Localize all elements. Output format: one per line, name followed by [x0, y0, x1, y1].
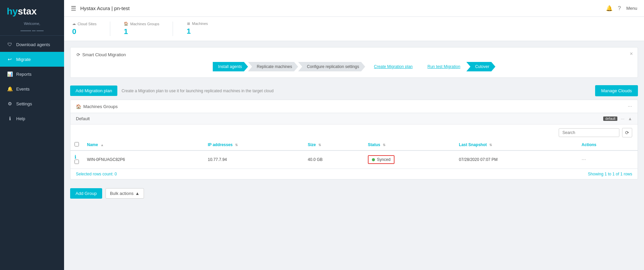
selected-count: Selected rows count: 0: [76, 172, 117, 176]
logo: hystax: [0, 0, 64, 20]
step-create-migration-plan[interactable]: Create Migration plan: [365, 62, 419, 71]
migration-icon: ⟳: [77, 52, 80, 57]
sidebar-item-label: Reports: [16, 72, 32, 77]
col-actions: Actions: [578, 139, 638, 150]
cutover-button[interactable]: Cutover: [466, 62, 495, 71]
machines-groups-icon: 🏠: [124, 22, 128, 26]
sort-size-icon: ⇅: [318, 143, 321, 147]
group-more-icon[interactable]: ···: [621, 116, 624, 121]
sidebar-item-label: Events: [16, 87, 30, 92]
hamburger-icon[interactable]: ☰: [71, 5, 76, 12]
section-more-icon[interactable]: ···: [628, 103, 632, 109]
step-run-test-migration[interactable]: Run test Migration: [419, 62, 466, 71]
create-migration-plan-button[interactable]: Create Migration plan: [365, 62, 419, 71]
bulk-actions-caret-icon: ▲: [135, 191, 140, 196]
step-install-agents[interactable]: Install agents: [213, 62, 248, 71]
row-last-snapshot: 07/28/2020 07:07 PM: [455, 150, 578, 169]
group-header-default: Default default ··· ▲: [70, 113, 638, 125]
sidebar-item-settings[interactable]: ⚙ Settings: [0, 96, 64, 111]
refresh-button[interactable]: ⟳: [622, 128, 632, 137]
add-group-button[interactable]: Add Group: [70, 188, 102, 199]
sidebar-item-label: Help: [16, 116, 25, 121]
help-icon: ℹ: [7, 116, 13, 121]
group-collapse-icon[interactable]: ▲: [628, 116, 632, 121]
group-badge: default: [603, 116, 617, 121]
sort-ip-icon: ⇅: [235, 143, 238, 147]
install-agents-button[interactable]: Install agents: [213, 62, 248, 71]
reports-icon: 📊: [7, 71, 13, 77]
sidebar-item-help[interactable]: ℹ Help: [0, 111, 64, 126]
machines-label: Machines: [192, 22, 208, 26]
migrate-icon: ↩: [7, 57, 13, 62]
status-badge[interactable]: Synced: [368, 155, 394, 164]
search-input[interactable]: [559, 128, 619, 137]
replicate-machines-button[interactable]: Replicate machines: [248, 62, 298, 71]
configure-replication-button[interactable]: Configure replication settings: [298, 62, 365, 71]
step-configure-replication[interactable]: Configure replication settings: [298, 62, 365, 71]
content-area: ⟳ Smart Cloud Migration × Install agents…: [64, 41, 644, 270]
row-size: 40.0 GB: [304, 150, 364, 169]
section-header: 🏠 Machines Groups ···: [70, 100, 638, 113]
machines-value: 1: [186, 27, 208, 36]
cloud-sites-value: 0: [72, 27, 96, 36]
checkbox-header[interactable]: [70, 139, 83, 150]
row-ip: 10.77.7.94: [204, 150, 304, 169]
shield-icon: 🛡: [7, 42, 13, 47]
section-title-text: Machines Groups: [83, 104, 118, 109]
menu-label[interactable]: Menu: [626, 6, 637, 11]
sidebar-item-events[interactable]: 🔔 Events: [0, 81, 64, 96]
workflow-steps: Install agents Replicate machines Config…: [77, 62, 632, 71]
stats-bar: ☁ Cloud Sites 0 🏠 Machines Groups 1 🖥 Ma…: [64, 17, 644, 41]
topbar-right: 🔔 ? Menu: [606, 5, 637, 11]
stat-cloud-sites: ☁ Cloud Sites 0: [72, 22, 110, 36]
sidebar-item-reports[interactable]: 📊 Reports: [0, 67, 64, 81]
row-status: Synced: [364, 150, 455, 169]
row-cb-cell: ℹ: [70, 150, 83, 169]
status-dot-icon: [372, 158, 375, 161]
main-area: ☰ Hystax Acura | pn-test 🔔 ? Menu ☁ Clou…: [64, 0, 644, 270]
stat-machines: 🖥 Machines 1: [186, 22, 221, 36]
group-default: Default default ··· ▲ ⟳: [70, 113, 638, 179]
row-more-icon[interactable]: ···: [582, 157, 586, 162]
run-test-migration-button[interactable]: Run test Migration: [419, 62, 466, 71]
row-checkbox[interactable]: [75, 160, 79, 164]
user-email: ••••••••• ••• ••••••: [0, 29, 64, 33]
step-cutover[interactable]: Cutover: [466, 62, 495, 71]
cloud-sites-label: Cloud Sites: [78, 22, 96, 26]
col-status[interactable]: Status ⇅: [364, 139, 455, 150]
select-all-checkbox[interactable]: [75, 142, 79, 146]
table-footer: Selected rows count: 0 Showing 1 to 1 of…: [70, 169, 638, 179]
col-name[interactable]: Name ▲: [83, 139, 204, 150]
welcome-label: Welcome,: [0, 20, 64, 29]
stat-machines-groups: 🏠 Machines Groups 1: [124, 22, 173, 36]
machines-table: Name ▲ IP addresses ⇅ Size ⇅: [70, 139, 638, 169]
action-hint: Create a Migration plan to use it for la…: [121, 89, 273, 93]
bulk-actions-button[interactable]: Bulk actions ▲: [106, 188, 144, 199]
machines-icon: 🖥: [186, 22, 190, 26]
sort-status-icon: ⇅: [383, 143, 385, 147]
sidebar-item-label: Migrate: [16, 57, 31, 62]
sidebar-item-migrate[interactable]: ↩ Migrate: [0, 52, 64, 67]
events-icon: 🔔: [7, 86, 13, 92]
migration-panel: ⟳ Smart Cloud Migration × Install agents…: [70, 47, 638, 78]
machines-groups-label: Machines Groups: [130, 22, 159, 26]
migration-panel-title: Smart Cloud Migration: [82, 52, 126, 57]
col-last-snapshot[interactable]: Last Snapshot ⇅: [455, 139, 578, 150]
manage-clouds-button[interactable]: Manage Clouds: [595, 85, 638, 96]
add-migration-plan-button[interactable]: Add Migration plan: [70, 86, 117, 96]
step-replicate-machines[interactable]: Replicate machines: [248, 62, 298, 71]
sidebar-item-label: Settings: [16, 101, 32, 106]
sidebar: hystax Welcome, ••••••••• ••• •••••• 🛡 D…: [0, 0, 64, 270]
topbar: ☰ Hystax Acura | pn-test 🔔 ? Menu: [64, 0, 644, 17]
logo-stax: stax: [18, 6, 37, 16]
sidebar-item-label: Download agents: [16, 42, 50, 47]
cloud-sites-icon: ☁: [72, 22, 76, 26]
action-row: Add Migration plan Create a Migration pl…: [64, 82, 644, 100]
notification-icon[interactable]: 🔔: [606, 5, 613, 11]
row-info-icon[interactable]: ℹ: [75, 154, 76, 160]
question-icon[interactable]: ?: [618, 5, 621, 11]
col-ip[interactable]: IP addresses ⇅: [204, 139, 304, 150]
col-size[interactable]: Size ⇅: [304, 139, 364, 150]
panel-close-button[interactable]: ×: [630, 51, 633, 57]
sidebar-item-download-agents[interactable]: 🛡 Download agents: [0, 37, 64, 52]
